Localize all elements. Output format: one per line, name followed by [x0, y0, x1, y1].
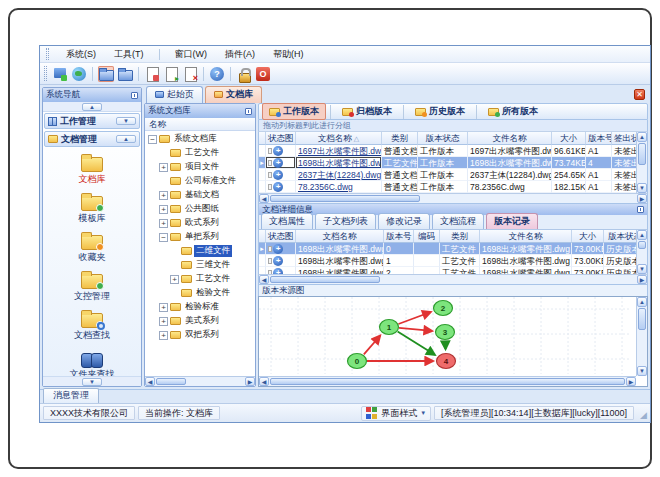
chevron-up-icon[interactable]: ▲ — [116, 135, 136, 143]
scroll-thumb[interactable] — [156, 378, 186, 385]
doc-out-icon[interactable] — [163, 66, 179, 82]
table-cell[interactable]: A1 — [586, 145, 612, 157]
table-cell[interactable]: 2637主体(12284).dwg — [468, 169, 552, 181]
tree-hscrollbar[interactable]: ◀ ▶ — [145, 376, 255, 386]
version-graph-canvas[interactable]: 01234 — [259, 297, 629, 374]
table-cell[interactable]: 1 — [384, 255, 414, 267]
detail-tab-3[interactable]: 修改记录 — [378, 213, 430, 229]
table-row[interactable]: +1697出水嘴零件图.dwg普通文档工作版本1697出水嘴零件图.dwg96.… — [259, 145, 647, 157]
tree-expander-plus[interactable]: + — [170, 275, 179, 284]
table-cell[interactable]: 78.2356C.dwg — [296, 181, 382, 193]
sidebar-item-doc-search[interactable]: 文档查找 — [43, 309, 141, 342]
tree-item[interactable]: 公司标准文件 — [145, 174, 255, 188]
table-cell[interactable]: 工作版本 — [418, 145, 468, 157]
column-header[interactable]: 类别 — [382, 132, 418, 145]
version-button-4[interactable]: 所有版本 — [481, 103, 545, 120]
tree-column-header[interactable]: 名称 — [145, 118, 255, 131]
menu-item[interactable]: 帮助(H) — [270, 47, 307, 62]
tree-item[interactable]: +基础文档 — [145, 188, 255, 202]
sidebar-collapse-strip[interactable]: ▲ — [43, 102, 141, 112]
sidebar-section-docs[interactable]: 文档管理 ▲ — [44, 131, 140, 147]
column-header[interactable]: 版本状态 — [418, 132, 468, 145]
tree-item[interactable]: −系统文档库 — [145, 132, 255, 146]
table-cell[interactable]: 4 — [586, 157, 612, 169]
tree-item[interactable]: −单把系列 — [145, 230, 255, 244]
tree-item[interactable]: +美式系列 — [145, 314, 255, 328]
version-button-2[interactable]: 归档版本 — [335, 103, 399, 120]
scroll-right-icon[interactable]: ▶ — [626, 377, 636, 386]
table-cell[interactable]: 普通文档 — [382, 181, 418, 193]
table-row[interactable]: +1698出水嘴零件图.dwg1工艺文件1698出水嘴零件图.dwg73.00K… — [259, 255, 647, 267]
table-row[interactable]: +78.2356C.dwg普通文档工作版本78.2356C.dwg182.15K… — [259, 181, 647, 193]
table-cell[interactable]: 工艺文件 — [440, 267, 480, 274]
tree-expander-plus[interactable]: + — [159, 191, 168, 200]
table-cell[interactable]: 1697出水嘴零件图.dwg — [296, 145, 382, 157]
table-row[interactable]: +2637主体(12284).dwg普通文档工作版本2637主体(12284).… — [259, 169, 647, 181]
detail-tab-2[interactable]: 子文档列表 — [315, 213, 376, 229]
scroll-thumb[interactable] — [270, 378, 625, 385]
table-cell[interactable]: A1 — [586, 169, 612, 181]
scroll-down-icon[interactable]: ▼ — [637, 366, 647, 376]
table-cell[interactable]: 1698出水嘴零件图.dwg — [480, 267, 572, 274]
interface-style-dropdown[interactable]: 界面样式 ▼ — [361, 406, 431, 421]
tree-item[interactable]: +公共图纸 — [145, 202, 255, 216]
scroll-up-icon[interactable]: ▲ — [637, 230, 647, 240]
graph-hscrollbar[interactable]: ◀ ▶ — [259, 376, 636, 386]
message-management-tab[interactable]: 消息管理 — [43, 388, 99, 403]
column-header[interactable]: 状态图 — [266, 230, 296, 243]
folder-view-icon[interactable] — [117, 66, 133, 82]
version-button-3[interactable]: 历史版本 — [408, 103, 472, 120]
column-header[interactable]: 版本号 — [384, 230, 414, 243]
pin-icon[interactable] — [131, 92, 138, 99]
menu-item[interactable]: 插件(A) — [222, 47, 258, 62]
status-icon-cell[interactable]: + — [266, 255, 296, 267]
table-cell[interactable]: 1698出水嘴零件图.dwg — [480, 255, 572, 267]
sidebar-item-folder-template[interactable]: 模板库 — [43, 192, 141, 225]
table-vscrollbar[interactable]: ▲ ▼ — [636, 230, 647, 274]
tree-expander-minus[interactable]: − — [148, 135, 157, 144]
table-cell[interactable]: 普通文档 — [382, 169, 418, 181]
table-cell[interactable]: 73.74KB — [552, 157, 586, 169]
tree-item[interactable]: +双把系列 — [145, 328, 255, 342]
row-selector[interactable] — [259, 169, 266, 181]
doc-delete-icon[interactable] — [182, 66, 198, 82]
scroll-thumb[interactable] — [638, 143, 646, 165]
scroll-thumb[interactable] — [270, 276, 380, 283]
table-cell[interactable]: 工作版本 — [418, 169, 468, 181]
column-header[interactable]: 版本号 — [586, 132, 612, 145]
version-button-1[interactable]: 工作版本 — [262, 103, 326, 120]
group-by-bar[interactable]: 拖动列标题到此进行分组 — [258, 120, 648, 132]
table-cell[interactable] — [414, 267, 440, 274]
folder-open-icon[interactable] — [98, 66, 114, 82]
status-icon-cell[interactable]: + — [266, 243, 296, 255]
resize-grip[interactable] — [637, 406, 647, 420]
menu-item[interactable]: 工具(T) — [111, 47, 147, 62]
detail-tab-5[interactable]: 版本记录 — [486, 213, 538, 229]
help-icon[interactable] — [209, 66, 225, 82]
tree-item[interactable]: 三维文件 — [145, 258, 255, 272]
table-cell[interactable]: 工艺文件 — [440, 243, 480, 255]
column-header[interactable]: 文档名称△ — [296, 132, 382, 145]
scroll-thumb[interactable] — [638, 308, 646, 330]
table-hscrollbar[interactable]: ◀ ▶ — [258, 193, 648, 203]
tree-expander-plus[interactable]: + — [159, 219, 168, 228]
table-row[interactable]: +1698出水嘴零件图.dwg2工艺文件1698出水嘴零件图.dwg73.00K… — [259, 267, 647, 274]
table-row[interactable]: ▸+1698出水嘴零件图.dwg0工艺文件1698出水嘴零件图.dwg73.00… — [259, 243, 647, 255]
table-cell[interactable]: 1698出水嘴零件图.dwg — [296, 267, 384, 274]
scroll-left-icon[interactable]: ◀ — [145, 377, 155, 386]
close-tab-icon[interactable]: ✕ — [634, 89, 645, 100]
sidebar-overflow-strip[interactable]: ▼ — [43, 376, 141, 386]
table-cell[interactable]: 1698出水嘴零件图.dwg — [296, 255, 384, 267]
scroll-left-icon[interactable]: ◀ — [259, 275, 269, 284]
column-header[interactable]: 文档名称 — [296, 230, 384, 243]
table-cell[interactable]: 1698出水嘴零件图.dwg — [296, 243, 384, 255]
table-cell[interactable]: 1698出水嘴零件图.dwg — [480, 243, 572, 255]
menu-item[interactable]: 窗口(W) — [172, 47, 211, 62]
row-selector[interactable] — [259, 255, 266, 267]
scroll-up-icon[interactable]: ▲ — [637, 132, 647, 142]
row-selector[interactable] — [259, 145, 266, 157]
sidebar-item-binoculars[interactable]: 文件夹查找 — [43, 348, 141, 376]
tree-item[interactable]: 二维文件 — [145, 244, 255, 258]
scroll-down-icon[interactable]: ▼ — [637, 264, 647, 274]
scroll-thumb[interactable] — [638, 241, 646, 249]
